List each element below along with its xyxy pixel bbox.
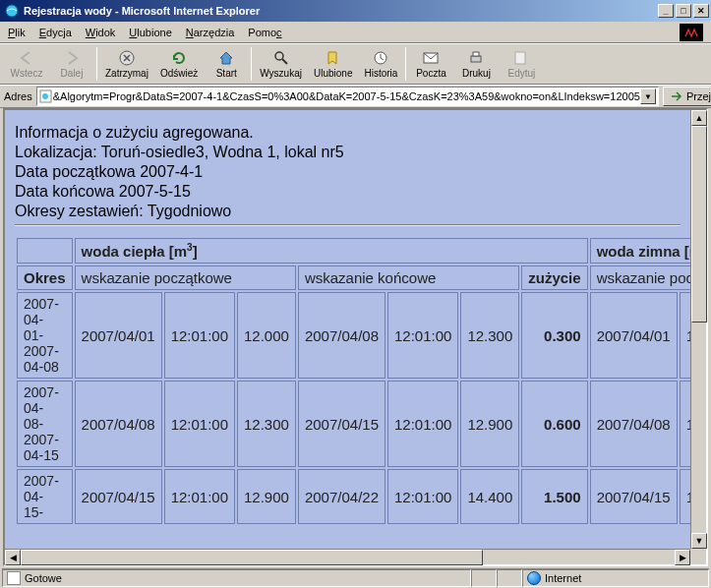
address-input[interactable]: &Algorytm=Progr&DataS=2007-4-1&CzasS=0%3… <box>36 87 659 106</box>
toolbar-separator <box>405 47 406 81</box>
cell: 12:01:00 <box>164 381 235 467</box>
header-ciepla: woda ciepła [m3] <box>75 238 588 264</box>
content-viewport: Informacja o zużyciu agregowana. Lokaliz… <box>3 108 708 566</box>
cell: 12.300 <box>460 292 519 379</box>
header-wkon: wskazanie końcowe <box>298 265 519 290</box>
page-body: Informacja o zużyciu agregowana. Lokaliz… <box>5 110 690 549</box>
scroll-down-button[interactable]: ▼ <box>691 533 707 549</box>
go-label: Przejdź <box>686 90 711 102</box>
search-icon <box>273 49 289 67</box>
globe-icon <box>527 571 541 585</box>
cell: 12:01:00 <box>680 292 690 379</box>
forward-button[interactable]: Dalej <box>49 44 94 84</box>
cell: 12:01:00 <box>680 469 690 524</box>
maximize-button[interactable]: □ <box>676 4 691 18</box>
stop-button[interactable]: Zatrzymaj <box>99 44 154 84</box>
menubar: Plik Edycja Widok Ulubione Narzędzia Pom… <box>0 22 711 43</box>
vertical-scrollbar[interactable]: ▲ ▼ <box>690 110 706 549</box>
menu-plik[interactable]: Plik <box>8 27 26 38</box>
statusbar: Gotowe Internet <box>2 568 709 588</box>
print-label: Drukuj <box>462 68 491 79</box>
menu-ulubione[interactable]: Ulubione <box>129 27 171 38</box>
info-title: Informacja o zużyciu agregowana. <box>15 124 681 142</box>
stop-label: Zatrzymaj <box>105 68 148 79</box>
page-icon <box>39 89 53 103</box>
cell: 12:01:00 <box>387 469 458 524</box>
home-button[interactable]: Start <box>204 44 249 84</box>
cell: 12:01:00 <box>164 469 235 524</box>
edit-icon <box>513 49 529 67</box>
cell: 12:01:00 <box>680 381 690 467</box>
svg-point-11 <box>42 93 48 99</box>
back-label: Wstecz <box>11 68 43 79</box>
go-icon <box>670 89 683 103</box>
favorites-button[interactable]: Ulubione <box>308 44 358 84</box>
refresh-label: Odśwież <box>160 68 198 79</box>
svg-point-3 <box>275 52 283 60</box>
cell: 12.900 <box>460 381 519 467</box>
search-label: Wyszukaj <box>260 68 302 79</box>
cell: 2007/04/08 <box>590 381 678 467</box>
cell-period: 2007-04-01-2007-04-08 <box>17 292 73 379</box>
status-pane <box>471 569 497 587</box>
back-button[interactable]: Wstecz <box>4 44 49 84</box>
menu-edycja[interactable]: Edycja <box>39 27 72 38</box>
menu-pomoc[interactable]: Pomoc <box>248 27 281 38</box>
cell: 2007/04/01 <box>590 292 678 379</box>
status-ready: Gotowe <box>2 569 471 587</box>
address-dropdown-button[interactable]: ▼ <box>640 88 656 104</box>
cell: 2007/04/15 <box>590 469 678 524</box>
toolbar: Wstecz Dalej Zatrzymaj Odśwież Start Wys… <box>0 43 711 85</box>
cell: 2007/04/22 <box>298 469 385 524</box>
cell-usage: 1.500 <box>521 469 587 524</box>
search-button[interactable]: Wyszukaj <box>254 44 308 84</box>
svg-line-4 <box>282 59 287 64</box>
ie-icon <box>4 3 20 19</box>
menu-widok[interactable]: Widok <box>86 27 116 38</box>
cell: 2007/04/08 <box>298 292 385 379</box>
scroll-thumb-h[interactable] <box>21 550 483 565</box>
go-button[interactable]: Przejdź <box>663 87 711 106</box>
horizontal-scrollbar[interactable]: ◀ ▶ <box>5 549 690 564</box>
scroll-up-button[interactable]: ▲ <box>691 110 707 126</box>
edit-label: Edytuj <box>508 68 536 79</box>
minimize-button[interactable]: _ <box>658 4 674 18</box>
status-zone-text: Internet <box>545 572 581 584</box>
address-bar: Adres &Algorytm=Progr&DataS=2007-4-1&Cza… <box>0 85 711 108</box>
header-zuzycie: zużycie <box>521 265 587 290</box>
header-wpocz2: wskazanie początkow <box>590 265 690 290</box>
header-zimna: woda zimna [m3] <box>590 238 690 264</box>
scroll-left-button[interactable]: ◀ <box>5 550 21 565</box>
cell-period: 2007-04-08-2007-04-15 <box>17 381 73 467</box>
ie-throbber-icon <box>680 24 703 41</box>
cell: 2007/04/15 <box>75 469 162 524</box>
header-empty <box>17 238 73 264</box>
stop-icon <box>119 49 135 67</box>
cell-period: 2007-04-15- <box>17 469 73 524</box>
favorites-icon <box>326 49 341 67</box>
info-end-date: Data końcowa 2007-5-15 <box>15 183 681 201</box>
svg-rect-9 <box>515 52 525 64</box>
divider <box>15 224 681 226</box>
menu-narzedzia[interactable]: Narzędzia <box>186 27 235 38</box>
info-start-date: Data początkowa 2007-4-1 <box>15 163 681 181</box>
info-location: Lokalizacja: Toruń-osiedle3, Wodna 1, lo… <box>15 144 681 161</box>
cell: 14.400 <box>460 469 519 524</box>
address-text: &Algorytm=Progr&DataS=2007-4-1&CzasS=0%3… <box>53 90 640 102</box>
scroll-corner <box>690 549 706 564</box>
refresh-button[interactable]: Odśwież <box>154 44 204 84</box>
home-icon <box>218 49 234 67</box>
refresh-icon <box>171 49 187 67</box>
scroll-thumb-v[interactable] <box>691 126 707 323</box>
titlebar: Rejestracja wody - Microsoft Internet Ex… <box>0 0 711 22</box>
history-button[interactable]: Historia <box>358 44 403 84</box>
table-row: 2007-04-15-2007/04/1512:01:0012.9002007/… <box>17 469 690 524</box>
print-icon <box>468 49 484 67</box>
window-title: Rejestracja wody - Microsoft Internet Ex… <box>24 5 260 17</box>
scroll-right-button[interactable]: ▶ <box>675 550 690 565</box>
print-button[interactable]: Drukuj <box>453 44 499 84</box>
edit-button[interactable]: Edytuj <box>499 44 544 84</box>
info-block: Informacja o zużyciu agregowana. Lokaliz… <box>15 124 681 220</box>
mail-button[interactable]: Poczta <box>408 44 453 84</box>
close-button[interactable]: ✕ <box>693 4 709 18</box>
